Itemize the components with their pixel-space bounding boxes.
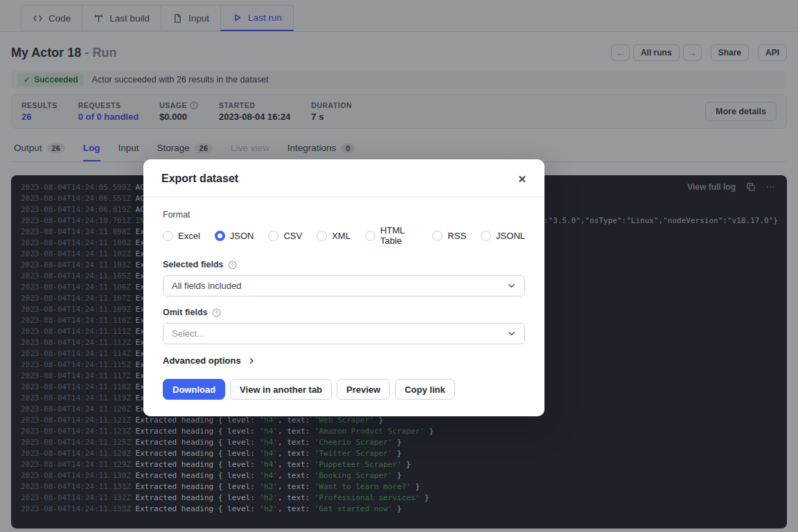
format-radio-label: JSON xyxy=(230,231,254,241)
format-radio-json[interactable]: JSON xyxy=(215,231,254,241)
format-label: Format xyxy=(163,210,525,220)
svg-text:?: ? xyxy=(215,310,218,314)
radio-icon xyxy=(163,231,173,241)
close-icon[interactable]: ✕ xyxy=(517,174,526,184)
chevron-right-icon xyxy=(247,357,256,365)
format-radio-excel[interactable]: Excel xyxy=(163,231,200,241)
omit-fields-placeholder: Select... xyxy=(172,328,204,339)
selected-fields-value: All fields included xyxy=(172,281,241,291)
modal-body: Format ExcelJSONCSVXMLHTML TableRSSJSONL… xyxy=(143,197,544,416)
copy-link-button[interactable]: Copy link xyxy=(395,379,455,400)
view-in-another-tab-button[interactable]: View in another tab xyxy=(230,379,332,400)
format-radio-rss[interactable]: RSS xyxy=(432,231,466,241)
selected-fields-select[interactable]: All fields included xyxy=(163,275,525,296)
format-radio-group: ExcelJSONCSVXMLHTML TableRSSJSONL xyxy=(163,225,525,246)
selected-fields-label-text: Selected fields xyxy=(163,260,224,269)
chevron-down-icon xyxy=(507,329,516,338)
selected-fields-label: Selected fields ? xyxy=(163,260,525,269)
help-icon[interactable]: ? xyxy=(228,260,237,269)
omit-fields-label: Omit fields ? xyxy=(163,308,525,317)
radio-icon xyxy=(317,231,327,241)
format-radio-label: XML xyxy=(332,231,351,241)
radio-icon xyxy=(268,231,278,241)
omit-fields-label-text: Omit fields xyxy=(163,308,208,317)
format-radio-html-table[interactable]: HTML Table xyxy=(365,225,418,246)
format-radio-label: HTML Table xyxy=(380,225,418,246)
radio-icon xyxy=(365,231,375,241)
radio-icon xyxy=(481,231,491,241)
format-radio-csv[interactable]: CSV xyxy=(268,231,302,241)
radio-icon xyxy=(215,231,225,241)
format-radio-label: Excel xyxy=(178,231,200,241)
help-icon[interactable]: ? xyxy=(212,308,221,317)
modal-title: Export dataset xyxy=(161,172,238,185)
format-radio-label: CSV xyxy=(283,231,302,241)
format-radio-xml[interactable]: XML xyxy=(317,231,351,241)
format-radio-label: RSS xyxy=(447,231,466,241)
advanced-options-label: Advanced options xyxy=(163,355,241,366)
svg-text:?: ? xyxy=(231,262,233,267)
chevron-down-icon xyxy=(507,281,516,290)
download-button[interactable]: Download xyxy=(163,379,225,400)
export-dataset-modal: Export dataset ✕ Format ExcelJSONCSVXMLH… xyxy=(143,159,544,416)
modal-button-row: Download View in another tab Preview Cop… xyxy=(163,379,525,400)
modal-header: Export dataset ✕ xyxy=(143,159,544,197)
format-radio-jsonl[interactable]: JSONL xyxy=(481,231,525,241)
format-radio-label: JSONL xyxy=(496,231,525,241)
radio-icon xyxy=(432,231,443,241)
omit-fields-select[interactable]: Select... xyxy=(163,323,525,344)
preview-button[interactable]: Preview xyxy=(337,379,390,400)
advanced-options-toggle[interactable]: Advanced options xyxy=(163,355,525,366)
